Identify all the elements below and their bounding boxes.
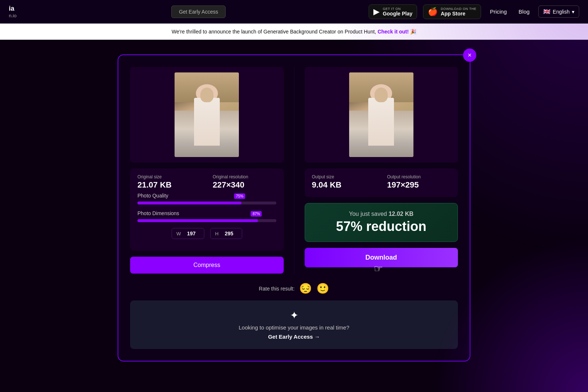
original-size-item: Original size 21.07 KB xyxy=(137,174,201,190)
apple-icon: 🍎 xyxy=(428,7,438,17)
output-info-card: Output size 9.04 KB Output resolution 19… xyxy=(305,168,458,197)
app-store-big: App Store xyxy=(441,11,476,17)
promo-card: ✦ Looking to optimise your images in rea… xyxy=(130,300,458,349)
savings-text: You just saved 12.02 KB xyxy=(312,211,451,217)
dimensions-pct-label: 87% xyxy=(251,211,262,217)
output-size-label: Output size xyxy=(312,174,376,179)
google-play-badge[interactable]: ▶ GET IT ON Google Play xyxy=(369,4,417,19)
right-column: Output size 9.04 KB Output resolution 19… xyxy=(305,67,458,274)
app-store-small: Download on the xyxy=(441,7,476,11)
quality-slider-fill: 75% xyxy=(137,202,241,204)
brand-logo: ia n.io xyxy=(9,5,17,18)
quality-slider-section: Photo Quality 75% xyxy=(137,193,276,204)
language-label: English xyxy=(553,9,570,15)
download-wrapper: Download ☞ xyxy=(305,248,458,267)
announcement-bar: We're thrilled to announce the launch of… xyxy=(0,24,588,40)
neutral-rating-button[interactable]: 🙂 xyxy=(316,282,329,295)
language-selector[interactable]: 🇬🇧 English ▾ xyxy=(538,6,579,18)
photo-figure xyxy=(194,98,220,146)
width-input[interactable] xyxy=(183,231,200,236)
original-resolution-item: Original resolution 227×340 xyxy=(213,174,276,190)
quality-slider-track[interactable]: 75% xyxy=(137,202,276,204)
rating-label: Rate this result: xyxy=(259,286,294,292)
original-resolution-label: Original resolution xyxy=(213,174,276,179)
original-size-label: Original size xyxy=(137,174,201,179)
output-info-row: Output size 9.04 KB Output resolution 19… xyxy=(312,174,451,190)
google-play-small: GET IT ON xyxy=(383,7,412,11)
original-info-card: Original size 21.07 KB Original resoluti… xyxy=(130,168,284,251)
output-photo-figure xyxy=(368,98,394,146)
savings-amount: 12.02 KB xyxy=(388,211,413,217)
navbar-right: ▶ GET IT ON Google Play 🍎 Download on th… xyxy=(369,4,579,19)
dimensions-slider-section: Photo Dimensions 87% xyxy=(137,210,276,222)
navbar-center: Get Early Access xyxy=(28,6,369,18)
height-input-group: H xyxy=(210,228,242,239)
sad-rating-button[interactable]: 😔 xyxy=(299,282,312,295)
app-store-badge[interactable]: 🍎 Download on the App Store xyxy=(423,4,481,19)
original-resolution-value: 227×340 xyxy=(213,180,276,190)
height-input[interactable] xyxy=(221,231,237,236)
width-input-group: W xyxy=(172,228,204,239)
announcement-text: We're thrilled to announce the launch of… xyxy=(172,29,376,35)
savings-reduction: 57% reduction xyxy=(312,219,451,234)
brand-name-bottom: n.io xyxy=(9,13,17,18)
left-column: Original size 21.07 KB Original resoluti… xyxy=(130,67,284,274)
output-resolution-value: 197×295 xyxy=(387,180,451,190)
announcement-link[interactable]: Check it out! 🎉 xyxy=(377,29,416,35)
compress-button[interactable]: Compress xyxy=(130,257,284,274)
early-access-button[interactable]: Get Early Access xyxy=(171,6,226,18)
savings-card: You just saved 12.02 KB 57% reduction xyxy=(305,203,458,242)
promo-text: Looking to optimise your images in real … xyxy=(139,324,449,331)
width-label: W xyxy=(176,231,181,236)
column-divider xyxy=(294,67,294,274)
modal-columns: Original size 21.07 KB Original resoluti… xyxy=(130,67,458,274)
promo-icon: ✦ xyxy=(139,309,449,321)
photo-head xyxy=(200,88,214,102)
output-size-item: Output size 9.04 KB xyxy=(312,174,376,190)
cursor-hand-icon: ☞ xyxy=(374,263,383,275)
dimension-inputs: W H xyxy=(137,228,276,239)
brand-name-top: ia xyxy=(9,5,17,13)
modal-close-button[interactable]: × xyxy=(463,49,476,62)
output-resolution-item: Output resolution 197×295 xyxy=(387,174,451,190)
height-label: H xyxy=(215,231,218,236)
navbar: ia n.io Get Early Access ▶ GET IT ON Goo… xyxy=(0,0,588,24)
quality-pct-label: 75% xyxy=(234,193,245,199)
chevron-down-icon: ▾ xyxy=(572,9,574,15)
google-play-icon: ▶ xyxy=(373,7,380,17)
output-resolution-label: Output resolution xyxy=(387,174,451,179)
flag-icon: 🇬🇧 xyxy=(543,8,551,15)
output-photo-head xyxy=(374,88,388,102)
dimensions-slider-fill: 87% xyxy=(137,219,258,222)
main-content: × Original size xyxy=(0,40,588,376)
quality-label: Photo Quality xyxy=(137,193,276,199)
promo-link[interactable]: Get Early Access xyxy=(268,334,320,340)
output-image-container xyxy=(305,67,458,163)
google-play-text: GET IT ON Google Play xyxy=(383,7,412,17)
output-photo xyxy=(349,72,413,157)
pricing-link[interactable]: Pricing xyxy=(487,7,510,16)
dimensions-slider-track[interactable]: 87% xyxy=(137,219,276,222)
blog-link[interactable]: Blog xyxy=(516,7,533,16)
original-size-value: 21.07 KB xyxy=(137,180,201,190)
app-store-text: Download on the App Store xyxy=(441,7,476,17)
google-play-big: Google Play xyxy=(383,11,412,17)
rating-section: Rate this result: 😔 🙂 xyxy=(130,282,458,295)
output-size-value: 9.04 KB xyxy=(312,180,376,190)
original-photo xyxy=(175,72,239,157)
original-image-container xyxy=(130,67,284,163)
original-info-row: Original size 21.07 KB Original resoluti… xyxy=(137,174,276,190)
compression-modal: × Original size xyxy=(118,54,470,361)
